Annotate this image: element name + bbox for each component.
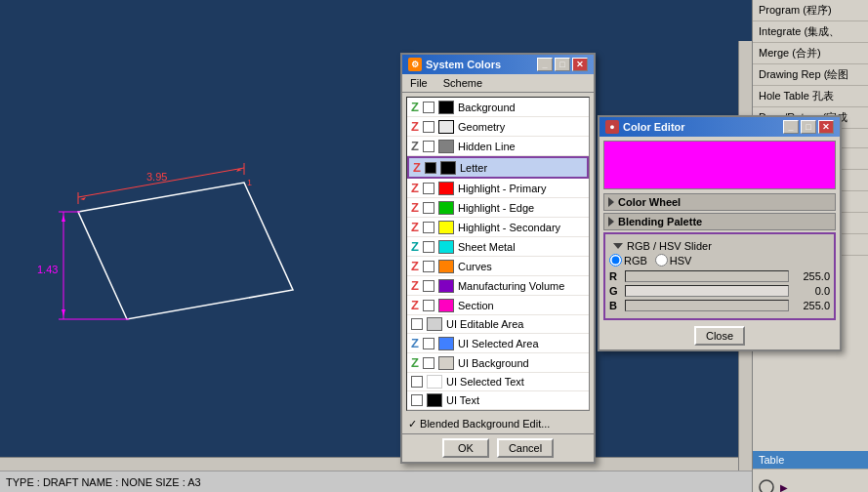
label-hl-prim: Highlight - Primary — [458, 183, 546, 194]
color-editor-icon: ● — [605, 120, 619, 134]
right-panel-item-table[interactable]: Table — [753, 451, 868, 470]
bottom-bar-text: TYPE : DRAFT NAME : NONE SIZE : A3 — [6, 476, 201, 488]
right-panel-item-drawing-rep[interactable]: Drawing Rep (绘图 — [753, 64, 868, 86]
label-section: Section — [458, 300, 494, 311]
color-item-letter[interactable]: Z Letter — [407, 156, 589, 179]
z-icon-hl-prim: Z — [411, 181, 419, 195]
rgb-radio[interactable] — [609, 254, 622, 266]
swatch-ui-sel-text — [427, 375, 442, 389]
color-item-geometry[interactable]: Z Geometry — [407, 117, 589, 137]
horizontal-scrollbar[interactable] — [0, 457, 738, 471]
ok-button[interactable]: OK — [442, 438, 489, 458]
color-list[interactable]: Z Background Z Geometry Z Hidden Line Z … — [406, 97, 590, 411]
z-icon-ui-bg: Z — [411, 355, 419, 370]
menu-file[interactable]: File — [406, 76, 432, 90]
color-item-ui-text[interactable]: UI Text — [407, 391, 589, 410]
minimize-button[interactable]: _ — [537, 58, 553, 71]
color-item-ui-bg[interactable]: Z UI Background — [407, 353, 589, 373]
right-panel-item-integrate[interactable]: Integrate (集成、 — [753, 21, 868, 43]
color-editor-close[interactable]: ✕ — [818, 120, 834, 134]
b-label: B — [609, 300, 621, 311]
blending-palette-header[interactable]: Blending Palette — [604, 214, 835, 229]
blended-label: ✓ Blended Background Edit... — [408, 418, 550, 430]
label-hl-sec: Highlight - Secondary — [458, 222, 560, 233]
system-colors-icon: ⚙ — [408, 58, 422, 71]
close-button[interactable]: ✕ — [572, 58, 588, 71]
blending-palette-section[interactable]: Blending Palette — [603, 213, 836, 230]
r-slider[interactable] — [625, 270, 789, 282]
color-item-sheet-metal[interactable]: Z Sheet Metal — [407, 237, 589, 257]
maximize-button[interactable]: □ — [555, 58, 570, 71]
label-sheet: Sheet Metal — [458, 241, 516, 253]
color-item-hidden-line[interactable]: Z Hidden Line — [407, 137, 589, 156]
hsv-radio[interactable] — [655, 254, 668, 266]
color-editor-title: Color Editor — [623, 121, 685, 133]
color-item-ui-selected-area[interactable]: Z UI Selected Area — [407, 334, 589, 353]
system-colors-dialog: ⚙ System Colors _ □ ✕ File Scheme Z Back… — [400, 53, 596, 464]
checkbox-hl-sec[interactable] — [423, 222, 434, 233]
right-panel-item-merge[interactable]: Merge (合并) — [753, 43, 868, 64]
blended-background-row[interactable]: ✓ Blended Background Edit... — [402, 415, 594, 433]
color-item-highlight-secondary[interactable]: Z Highlight - Secondary — [407, 218, 589, 237]
checkbox-geom[interactable] — [423, 121, 434, 133]
color-editor-maximize[interactable]: □ — [801, 120, 816, 134]
swatch-hidden — [438, 140, 454, 153]
label-ui-editable: UI Editable Area — [446, 318, 524, 330]
svg-text:1.43: 1.43 — [37, 264, 58, 275]
color-item-ui-editable[interactable]: UI Editable Area — [407, 315, 589, 334]
color-wheel-header[interactable]: Color Wheel — [604, 194, 835, 210]
checkbox-ui-sel-text[interactable] — [411, 376, 423, 388]
svg-text:3.95: 3.95 — [146, 171, 167, 183]
menu-scheme[interactable]: Scheme — [439, 76, 486, 90]
color-item-mfg-volume[interactable]: Z Manufacturing Volume — [407, 276, 589, 296]
checkbox-ui-text[interactable] — [411, 394, 423, 406]
checkbox-curves[interactable] — [423, 261, 434, 272]
color-editor-minimize[interactable]: _ — [783, 120, 799, 134]
label-curves: Curves — [458, 261, 492, 272]
cancel-button[interactable]: Cancel — [497, 438, 554, 458]
hsv-tab[interactable]: HSV — [655, 254, 692, 266]
r-label: R — [609, 270, 621, 282]
checkbox-mfg[interactable] — [423, 280, 434, 292]
label-hidden: Hidden Line — [458, 141, 516, 152]
right-panel-item-program[interactable]: Program (程序) — [753, 0, 868, 21]
label-letter: Letter — [460, 162, 487, 174]
cad-bottom-bar: TYPE : DRAFT NAME : NONE SIZE : A3 — [0, 471, 752, 492]
color-wheel-section[interactable]: Color Wheel — [603, 193, 836, 211]
checkbox-ui-editable[interactable] — [411, 318, 423, 330]
color-item-highlight-primary[interactable]: Z Highlight - Primary — [407, 179, 589, 198]
rgb-hsv-header[interactable]: RGB / HSV Slider — [609, 238, 830, 254]
checkbox-bg[interactable] — [423, 102, 434, 113]
checkbox-ui-sel[interactable] — [423, 338, 434, 349]
system-colors-footer: OK Cancel — [402, 433, 594, 462]
rgb-tab[interactable]: RGB — [609, 254, 647, 266]
color-item-section[interactable]: Z Section — [407, 296, 589, 315]
b-slider[interactable] — [625, 300, 789, 311]
checkbox-section[interactable] — [423, 300, 434, 311]
label-mfg: Manufacturing Volume — [458, 280, 564, 292]
system-colors-titlebar: ⚙ System Colors _ □ ✕ — [402, 55, 594, 74]
checkbox-hidden[interactable] — [423, 141, 434, 152]
color-editor-close-button[interactable]: Close — [694, 326, 745, 346]
color-item-ui-sel-text[interactable]: UI Selected Text — [407, 373, 589, 391]
system-colors-title: System Colors — [426, 59, 501, 70]
checkbox-letter[interactable] — [425, 162, 436, 174]
color-item-highlight-edge[interactable]: Z Highlight - Edge — [407, 198, 589, 218]
b-value: 255.0 — [793, 300, 830, 311]
swatch-ui-text — [427, 393, 442, 407]
rgb-hsv-arrow — [613, 243, 623, 249]
checkbox-ui-bg[interactable] — [423, 357, 434, 369]
label-geom: Geometry — [458, 121, 505, 133]
label-ui-text: UI Text — [446, 394, 479, 406]
checkbox-sheet[interactable] — [423, 241, 434, 253]
swatch-hl-edge — [438, 201, 454, 215]
checkbox-hl-prim[interactable] — [423, 183, 434, 194]
swatch-mfg — [438, 279, 454, 293]
right-panel-item-hole-table[interactable]: Hole Table 孔表 — [753, 86, 868, 107]
color-item-background[interactable]: Z Background — [407, 98, 589, 117]
swatch-curves — [438, 260, 454, 273]
color-item-curves[interactable]: Z Curves — [407, 257, 589, 276]
z-icon-geom: Z — [411, 119, 419, 134]
g-slider[interactable] — [625, 285, 789, 297]
checkbox-hl-edge[interactable] — [423, 202, 434, 214]
